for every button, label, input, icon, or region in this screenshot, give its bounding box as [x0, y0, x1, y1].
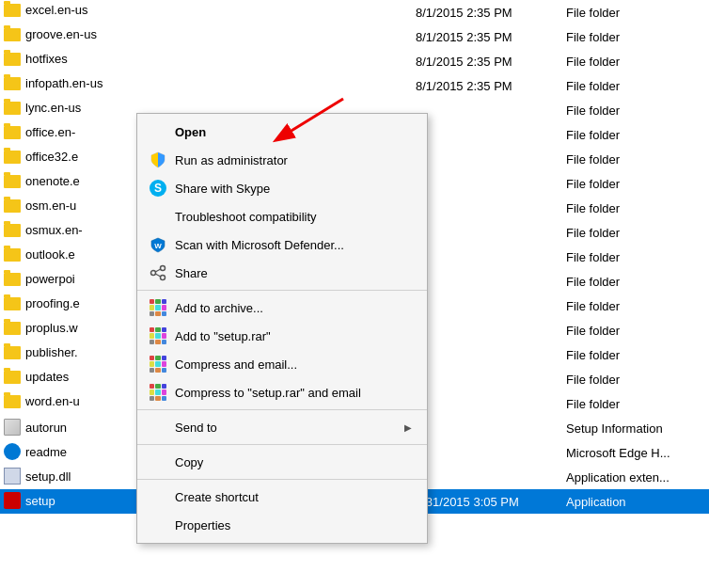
rar-icon — [150, 327, 166, 344]
table-row[interactable]: groove.en-us 8/1/2015 2:35 PM File folde… — [0, 24, 709, 49]
menu-item-label: Scan with Microsoft Defender... — [175, 238, 412, 252]
file-type-cell: Application exten... — [559, 465, 709, 489]
svg-line-5 — [155, 274, 160, 277]
menu-item-label: Compress and email... — [175, 358, 412, 372]
menu-item-share[interactable]: Share — [137, 259, 427, 287]
menu-item-create-shortcut[interactable]: Create shortcut — [137, 483, 427, 511]
file-date-cell — [408, 440, 559, 465]
menu-icon-rar — [149, 298, 167, 317]
menu-item-open[interactable]: Open — [137, 118, 427, 146]
svg-line-4 — [155, 269, 160, 272]
menu-item-label: Properties — [175, 518, 412, 532]
menu-icon-placeholder — [149, 487, 167, 506]
menu-item-label: Copy — [175, 455, 412, 469]
table-row[interactable]: infopath.en-us 8/1/2015 2:35 PM File fol… — [0, 73, 709, 98]
file-date-cell — [408, 342, 559, 367]
folder-icon — [4, 4, 21, 17]
menu-icon-share — [149, 263, 167, 282]
folder-icon — [4, 151, 21, 164]
file-name: setup.dll — [25, 469, 71, 484]
file-type-cell: File folder — [559, 391, 709, 416]
menu-item-properties[interactable]: Properties — [137, 511, 427, 539]
svg-text:W: W — [154, 242, 162, 250]
file-date-cell — [408, 122, 559, 147]
menu-item-share-skype[interactable]: S Share with Skype — [137, 174, 427, 202]
defender-icon: W — [150, 236, 166, 253]
svg-point-2 — [151, 271, 156, 276]
folder-icon — [4, 297, 21, 310]
menu-item-troubleshoot[interactable]: Troubleshoot compatibility — [137, 202, 427, 230]
file-date-cell: 8/1/2015 2:35 PM — [408, 0, 559, 24]
menu-separator — [137, 409, 427, 410]
file-date-cell — [408, 196, 559, 220]
folder-icon — [4, 77, 21, 90]
file-name: onenote.e — [25, 174, 80, 188]
menu-item-label: Open — [175, 125, 412, 139]
svg-point-3 — [161, 276, 165, 280]
folder-icon — [4, 395, 21, 408]
menu-item-scan-defender[interactable]: W Scan with Microsoft Defender... — [137, 230, 427, 259]
menu-item-send-to[interactable]: Send to ▶ — [137, 413, 427, 441]
file-date-cell — [408, 98, 559, 122]
menu-icon-placeholder — [149, 122, 167, 141]
folder-icon — [4, 53, 21, 66]
menu-item-compress-setup-email[interactable]: Compress to "setup.rar" and email — [137, 378, 427, 406]
file-type-cell: File folder — [559, 147, 709, 171]
rar-icon — [150, 299, 166, 316]
file-name: osm.en-u — [25, 199, 76, 213]
file-name: setup — [25, 494, 55, 508]
file-type-cell: File folder — [559, 122, 709, 147]
file-date-cell — [408, 269, 559, 294]
file-type-cell: File folder — [559, 73, 709, 98]
rar-icon — [150, 384, 166, 401]
file-name-cell: excel.en-us — [0, 0, 169, 20]
menu-item-add-archive[interactable]: Add to archive... — [137, 294, 427, 322]
autorun-icon — [4, 419, 21, 436]
menu-icon-rar — [149, 383, 167, 402]
file-name: hotfixes — [25, 52, 68, 66]
folder-icon — [4, 322, 21, 335]
menu-item-copy[interactable]: Copy — [137, 448, 427, 476]
folder-icon — [4, 346, 21, 359]
menu-item-compress-email[interactable]: Compress and email... — [137, 350, 427, 378]
setup-app-icon — [4, 492, 21, 509]
folder-icon — [4, 371, 21, 384]
file-name: readme — [25, 445, 67, 459]
menu-icon-placeholder — [149, 418, 167, 437]
file-name: word.en-u — [25, 394, 80, 408]
menu-item-label: Add to archive... — [175, 301, 412, 315]
submenu-arrow: ▶ — [404, 422, 412, 433]
file-type-cell: File folder — [559, 245, 709, 269]
menu-item-add-setup-rar[interactable]: Add to "setup.rar" — [137, 322, 427, 350]
file-type-cell: Application — [559, 489, 709, 514]
file-type-cell: File folder — [559, 196, 709, 220]
menu-item-label: Run as administrator — [175, 153, 412, 167]
menu-separator — [137, 290, 427, 291]
file-type-cell: File folder — [559, 49, 709, 73]
context-menu: Open Run as administrator S Share with S… — [136, 113, 428, 544]
file-name: excel.en-us — [25, 3, 87, 17]
file-type-cell: File folder — [559, 220, 709, 245]
menu-item-label: Troubleshoot compatibility — [175, 210, 412, 224]
file-date-cell — [408, 171, 559, 196]
file-type-cell: Microsoft Edge H... — [559, 440, 709, 465]
menu-icon-shield — [149, 151, 167, 169]
file-type-cell: File folder — [559, 269, 709, 294]
file-date-cell: 8/1/2015 2:35 PM — [408, 73, 559, 98]
menu-icon-rar — [149, 326, 167, 345]
table-row[interactable]: hotfixes 8/1/2015 2:35 PM File folder — [0, 49, 709, 73]
file-date-cell — [408, 465, 559, 489]
file-date-cell — [408, 367, 559, 391]
file-type-cell: File folder — [559, 342, 709, 367]
file-name: groove.en-us — [25, 27, 97, 41]
file-name-cell: hotfixes — [0, 49, 169, 69]
file-type-cell: File folder — [559, 171, 709, 196]
menu-icon-placeholder — [149, 516, 167, 534]
table-row[interactable]: excel.en-us 8/1/2015 2:35 PM File folder — [0, 0, 709, 24]
folder-icon — [4, 224, 21, 237]
file-name: infopath.en-us — [25, 76, 102, 90]
menu-icon-rar — [149, 355, 167, 373]
menu-item-label: Create shortcut — [175, 490, 412, 504]
menu-separator — [137, 479, 427, 480]
menu-item-run-as-admin[interactable]: Run as administrator — [137, 146, 427, 174]
